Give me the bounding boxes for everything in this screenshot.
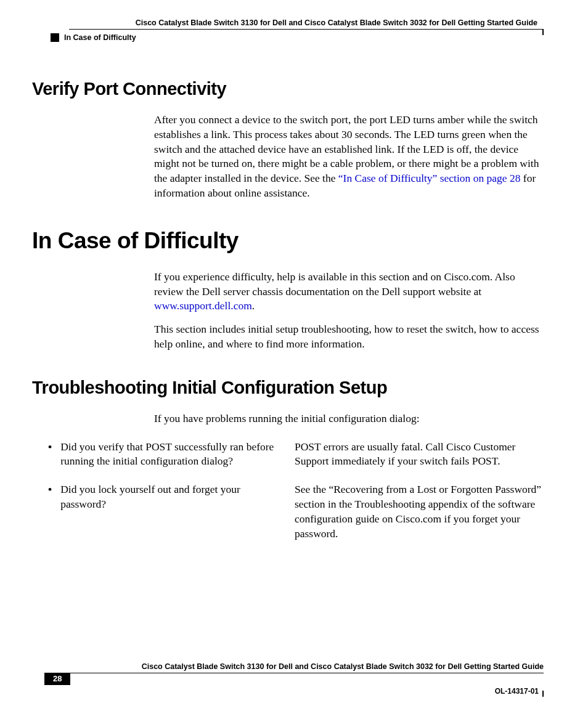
header-title: Cisco Catalyst Blade Switch 3130 for Del… xyxy=(44,18,544,29)
link-dell-support[interactable]: www.support.dell.com xyxy=(154,299,252,312)
header-rule xyxy=(69,29,544,30)
link-in-case-of-difficulty[interactable]: “In Case of Difficulty” section on page … xyxy=(338,172,521,184)
question-cell: • Did you lock yourself out and forget y… xyxy=(48,482,276,541)
heading-verify-port: Verify Port Connectivity xyxy=(32,79,544,99)
footer-rule xyxy=(70,673,544,673)
footer-title: Cisco Catalyst Blade Switch 3130 for Del… xyxy=(44,662,544,673)
footer-doc-id: OL-14317-01 xyxy=(44,687,544,696)
question-text: Did you lock yourself out and forget you… xyxy=(60,482,276,541)
list-item: • Did you lock yourself out and forget y… xyxy=(48,482,544,541)
text-segment: If you experience difficulty, help is av… xyxy=(154,270,515,298)
page-header: Cisco Catalyst Blade Switch 3130 for Del… xyxy=(44,18,544,42)
page-footer: Cisco Catalyst Blade Switch 3130 for Del… xyxy=(44,662,544,696)
header-tick-icon xyxy=(542,29,544,35)
para-troubleshoot-intro: If you have problems running the initial… xyxy=(154,412,544,426)
heading-troubleshooting: Troubleshooting Initial Configuration Se… xyxy=(32,378,544,398)
text-segment: . xyxy=(252,299,255,312)
list-item: • Did you verify that POST successfully … xyxy=(48,440,544,469)
para-in-case-1: If you experience difficulty, help is av… xyxy=(154,270,544,314)
troubleshoot-list: • Did you verify that POST successfully … xyxy=(48,440,544,542)
answer-text: POST errors are usually fatal. Call Cisc… xyxy=(295,440,544,469)
bullet-icon: • xyxy=(48,482,52,541)
question-cell: • Did you verify that POST successfully … xyxy=(48,440,276,469)
header-marker-icon xyxy=(51,33,59,42)
bullet-icon: • xyxy=(48,440,52,469)
question-text: Did you verify that POST successfully ra… xyxy=(60,440,276,469)
heading-in-case-of-difficulty: In Case of Difficulty xyxy=(32,228,544,254)
para-verify-port: After you connect a device to the switch… xyxy=(154,113,544,201)
footer-tick-icon xyxy=(542,691,544,697)
header-section-label: In Case of Difficulty xyxy=(64,33,136,42)
page-number: 28 xyxy=(44,673,70,685)
para-in-case-2: This section includes initial setup trou… xyxy=(154,322,544,352)
answer-text: See the “Recovering from a Lost or Forgo… xyxy=(295,482,544,541)
